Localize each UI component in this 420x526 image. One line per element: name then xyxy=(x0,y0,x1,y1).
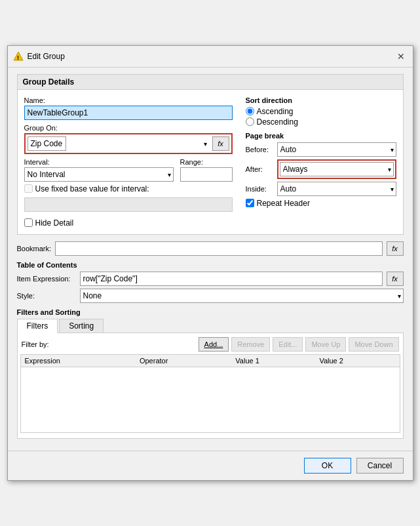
fixed-base-checkbox[interactable] xyxy=(24,184,33,193)
toc-style-label: Style: xyxy=(17,292,76,300)
after-select[interactable]: Always xyxy=(280,162,394,176)
descending-row: Descending xyxy=(246,117,396,127)
group-details-right: Sort direction Ascending Descending Page… xyxy=(246,96,396,228)
toc-style-row: Style: None xyxy=(17,289,404,303)
after-row-highlight: Always xyxy=(277,159,396,179)
ascending-label: Ascending xyxy=(257,107,294,116)
filters-sorting-label: Filters and Sorting xyxy=(17,308,404,316)
filter-by-label: Filter by: xyxy=(22,340,49,348)
dialog-footer: OK Cancel xyxy=(8,451,413,480)
toc-style-select[interactable]: None xyxy=(80,289,404,303)
toc-item-expression-input[interactable] xyxy=(80,272,383,286)
bookmark-row: Bookmark: fx xyxy=(17,241,404,256)
before-select[interactable]: Auto xyxy=(277,142,396,157)
toc-item-expression-row: Item Expression: fx xyxy=(17,272,404,286)
interval-col: Interval: No Interval xyxy=(24,158,174,182)
bookmark-input[interactable] xyxy=(55,241,382,256)
after-label: After: xyxy=(246,165,272,173)
filter-buttons: Add... Remove Edit... Move Up Move Down xyxy=(199,337,399,352)
filter-table: Expression Operator Value 1 Value 2 xyxy=(21,355,400,433)
name-input[interactable] xyxy=(24,106,233,120)
fixed-base-input xyxy=(24,197,233,212)
descending-label: Descending xyxy=(257,117,298,127)
inside-select-wrapper: Auto xyxy=(277,182,396,196)
filter-table-wrapper: Expression Operator Value 1 Value 2 xyxy=(20,354,400,434)
filter-toolbar: Filter by: Add... Remove Edit... Move Up… xyxy=(18,333,403,354)
toc-label: Table of Contents xyxy=(17,261,404,269)
inside-row: Inside: Auto xyxy=(246,182,396,196)
page-break-label: Page break xyxy=(246,132,396,140)
col-value2: Value 2 xyxy=(315,355,399,367)
group-on-row: Zip Code fx xyxy=(24,133,233,154)
repeat-header-row: Repeat Header xyxy=(246,199,396,208)
hide-detail-checkbox[interactable] xyxy=(24,218,33,227)
ascending-radio[interactable] xyxy=(246,107,254,115)
fixed-base-checkbox-row: Use fixed base value for interval: xyxy=(24,184,233,193)
cancel-button[interactable]: Cancel xyxy=(356,458,404,474)
col-operator: Operator xyxy=(136,355,231,367)
toc-section: Table of Contents Item Expression: fx St… xyxy=(17,261,404,303)
range-label: Range: xyxy=(180,158,233,166)
filters-tab-content: Filter by: Add... Remove Edit... Move Up… xyxy=(17,333,404,439)
filter-table-head: Expression Operator Value 1 Value 2 xyxy=(21,355,400,367)
hide-detail-row: Hide Detail xyxy=(24,218,233,228)
repeat-header-checkbox[interactable] xyxy=(246,199,254,207)
interval-select-wrapper: No Interval xyxy=(24,167,174,182)
tabs-row: Filters Sorting xyxy=(17,319,404,333)
ok-button[interactable]: OK xyxy=(304,458,351,474)
toc-item-expression-label: Item Expression: xyxy=(17,275,76,283)
range-input[interactable] xyxy=(180,167,233,182)
move-up-filter-button[interactable]: Move Up xyxy=(305,337,346,352)
inside-select[interactable]: Auto xyxy=(277,182,396,196)
remove-filter-button[interactable]: Remove xyxy=(231,337,270,352)
group-on-select-wrapper: Zip Code xyxy=(28,136,210,151)
sort-direction-label: Sort direction xyxy=(246,96,396,104)
add-filter-button[interactable]: Add... xyxy=(199,337,229,352)
col-value1: Value 1 xyxy=(231,355,315,367)
descending-radio[interactable] xyxy=(246,117,254,126)
title-bar-left: ! Edit Group xyxy=(13,51,65,62)
toc-style-select-wrapper: None xyxy=(80,289,404,303)
move-down-filter-button[interactable]: Move Down xyxy=(349,337,398,352)
col-expression: Expression xyxy=(21,355,136,367)
group-details-title: Group Details xyxy=(18,75,403,90)
filters-sorting-section: Filters and Sorting Filters Sorting Filt… xyxy=(17,308,404,439)
after-select-wrapper: Always xyxy=(280,162,394,176)
group-on-label: Group On: xyxy=(24,124,233,132)
dialog-title: Edit Group xyxy=(28,52,65,61)
toc-fx-button[interactable]: fx xyxy=(387,272,404,286)
interval-label: Interval: xyxy=(24,158,174,166)
group-details-two-col: Name: Group On: Zip Code fx xyxy=(24,96,396,228)
before-label: Before: xyxy=(246,146,272,153)
group-details-content: Name: Group On: Zip Code fx xyxy=(18,90,403,234)
inside-label: Inside: xyxy=(246,185,272,193)
tab-sorting[interactable]: Sorting xyxy=(59,319,104,333)
group-details-left: Name: Group On: Zip Code fx xyxy=(24,96,233,228)
close-button[interactable]: ✕ xyxy=(394,50,408,63)
ascending-row: Ascending xyxy=(246,107,396,116)
fixed-base-label: Use fixed base value for interval: xyxy=(35,184,149,193)
svg-text:!: ! xyxy=(17,54,19,60)
before-select-wrapper: Auto xyxy=(277,142,396,157)
filter-table-body xyxy=(21,367,400,432)
title-bar: ! Edit Group ✕ xyxy=(8,46,413,68)
edit-filter-button[interactable]: Edit... xyxy=(273,337,303,352)
bookmark-label: Bookmark: xyxy=(17,245,52,253)
bookmark-fx-button[interactable]: fx xyxy=(387,241,404,256)
dialog-body: Group Details Name: Group On: Zip Code xyxy=(8,68,413,451)
group-on-select[interactable]: Zip Code xyxy=(28,136,66,151)
before-row: Before: Auto xyxy=(246,142,396,157)
range-col: Range: xyxy=(180,158,233,182)
tab-filters[interactable]: Filters xyxy=(17,319,58,333)
hide-detail-label: Hide Detail xyxy=(35,218,74,228)
edit-group-dialog: ! Edit Group ✕ Group Details Name: Group… xyxy=(7,45,413,481)
filter-table-header-row: Expression Operator Value 1 Value 2 xyxy=(21,355,400,367)
after-row: After: Always xyxy=(246,159,396,179)
group-details-section: Group Details Name: Group On: Zip Code xyxy=(17,74,404,235)
warning-icon: ! xyxy=(13,51,24,62)
interval-range-row: Interval: No Interval Range: xyxy=(24,158,233,182)
interval-select[interactable]: No Interval xyxy=(24,167,174,182)
group-on-fx-button[interactable]: fx xyxy=(212,136,229,151)
name-label: Name: xyxy=(24,96,233,104)
repeat-header-label: Repeat Header xyxy=(257,199,310,208)
